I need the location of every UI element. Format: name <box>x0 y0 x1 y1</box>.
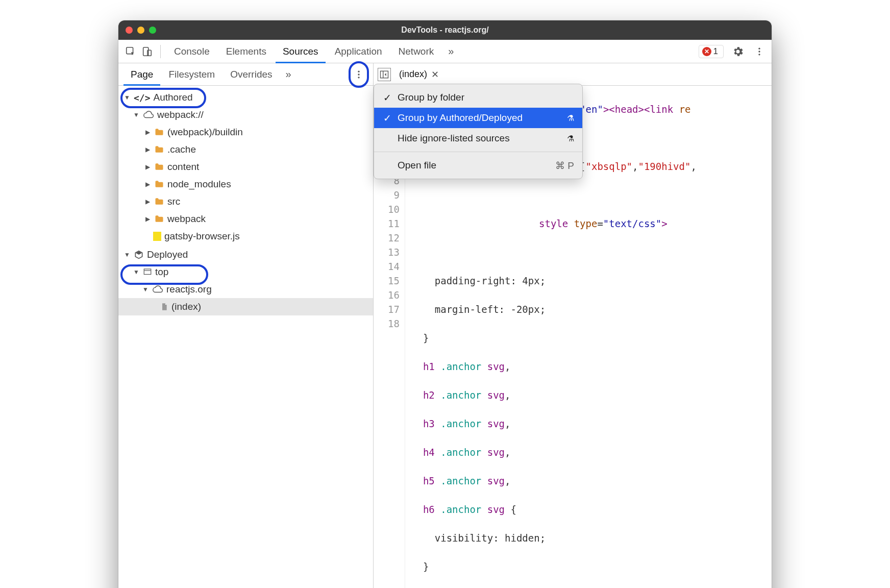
tree-item-webpack[interactable]: ▼ webpack:// <box>118 106 373 124</box>
tree-label: top <box>155 266 168 278</box>
inspect-icon[interactable] <box>123 44 138 59</box>
navigator-more-button[interactable] <box>350 65 368 84</box>
devtools-window: DevTools - reactjs.org/ Console Elements… <box>118 20 772 588</box>
frame-icon <box>143 267 152 277</box>
tree-folder[interactable]: ▶ webpack <box>118 210 373 228</box>
tab-elements[interactable]: Elements <box>219 40 274 63</box>
menu-hide-ignore-listed[interactable]: Hide ignore-listed sources ⚗ <box>374 128 582 149</box>
svg-rect-9 <box>381 71 388 78</box>
svg-point-3 <box>758 47 760 49</box>
titlebar: DevTools - reactjs.org/ <box>118 20 772 40</box>
body-split: ▼ </> Authored ▼ webpack:// ▶ (webpack)/… <box>118 86 772 588</box>
error-icon: ✕ <box>702 47 711 56</box>
experiment-flask-icon: ⚗ <box>567 113 574 123</box>
device-toggle-icon[interactable] <box>140 44 154 59</box>
subtab-filesystem[interactable]: Filesystem <box>161 63 222 86</box>
menu-group-by-folder[interactable]: ✓ Group by folder <box>374 87 582 108</box>
tree-folder[interactable]: ▶ .cache <box>118 141 373 158</box>
file-tab-label: (index) <box>399 69 427 80</box>
window-title: DevTools - reactjs.org/ <box>118 26 772 35</box>
separator <box>160 45 161 58</box>
navigator-options-menu: ✓ Group by folder ✓ Group by Authored/De… <box>374 84 583 179</box>
tree-folder[interactable]: ▶ src <box>118 193 373 210</box>
tree-group-deployed[interactable]: ▼ Deployed <box>118 246 373 263</box>
tree-label: node_modules <box>167 179 231 190</box>
tree-folder[interactable]: ▶ (webpack)/buildin <box>118 124 373 141</box>
minimize-window-button[interactable] <box>137 27 144 34</box>
main-tabs: Console Elements Sources Application Net… <box>118 40 772 63</box>
authored-icon: </> <box>134 92 151 103</box>
close-window-button[interactable] <box>126 27 133 34</box>
svg-point-8 <box>358 77 359 78</box>
tree-folder[interactable]: ▶ content <box>118 158 373 176</box>
tree-label: webpack:// <box>157 109 204 120</box>
tree-label: .cache <box>167 144 196 155</box>
show-navigator-icon[interactable] <box>378 68 391 81</box>
svg-point-7 <box>358 74 359 75</box>
tree-label: src <box>167 196 180 207</box>
folder-icon <box>154 162 164 172</box>
menu-group-authored-deployed[interactable]: ✓ Group by Authored/Deployed ⚗ <box>374 108 582 128</box>
tree-label: content <box>167 161 199 173</box>
maximize-window-button[interactable] <box>149 27 156 34</box>
document-icon <box>160 302 168 311</box>
menu-open-file[interactable]: Open file ⌘ P <box>374 155 582 176</box>
settings-gear-icon[interactable] <box>731 44 745 59</box>
tree-item-top[interactable]: ▼ top <box>118 263 373 281</box>
sub-row: Page Filesystem Overrides » (index) ✕ <box>118 63 772 86</box>
checkmark-icon: ✓ <box>382 92 392 104</box>
folder-icon <box>154 127 164 137</box>
folder-icon <box>154 197 164 207</box>
tree-file-index[interactable]: (index) <box>118 298 373 315</box>
error-count: 1 <box>713 46 718 57</box>
subtab-overrides[interactable]: Overrides <box>223 63 279 86</box>
deployed-icon <box>134 250 144 260</box>
navigator-sidebar: ▼ </> Authored ▼ webpack:// ▶ (webpack)/… <box>118 86 374 588</box>
svg-point-5 <box>758 54 760 55</box>
tree-label: (index) <box>171 301 201 312</box>
shortcut-label: ⌘ P <box>555 160 574 172</box>
close-file-tab-icon[interactable]: ✕ <box>431 69 439 80</box>
tree-group-authored[interactable]: ▼ </> Authored <box>118 89 373 106</box>
cloud-icon <box>152 284 163 295</box>
navigator-tabs: Page Filesystem Overrides » <box>118 63 374 85</box>
tree-label: webpack <box>167 213 206 225</box>
folder-icon <box>154 144 164 155</box>
tab-network[interactable]: Network <box>391 40 441 63</box>
js-file-icon <box>153 232 161 241</box>
file-tab-index[interactable]: (index) ✕ <box>395 63 443 86</box>
tab-application[interactable]: Application <box>328 40 389 63</box>
menu-separator <box>374 152 582 152</box>
tree-label: Deployed <box>147 249 188 260</box>
checkmark-icon: ✓ <box>382 112 392 124</box>
cloud-icon <box>143 109 154 120</box>
tree-label: (webpack)/buildin <box>167 127 243 138</box>
experiment-flask-icon: ⚗ <box>567 134 574 143</box>
file-tree: ▼ </> Authored ▼ webpack:// ▶ (webpack)/… <box>118 86 373 588</box>
tree-file-js[interactable]: gatsby-browser.js <box>118 228 373 245</box>
svg-point-6 <box>358 70 359 72</box>
main-menu-kebab-icon[interactable] <box>752 44 767 59</box>
tree-folder[interactable]: ▶ node_modules <box>118 176 373 193</box>
disclosure-icon: ▼ <box>123 94 131 101</box>
tree-label: gatsby-browser.js <box>164 231 240 242</box>
more-tabs-chevron[interactable]: » <box>443 45 459 57</box>
svg-rect-11 <box>144 269 151 275</box>
svg-point-4 <box>758 51 760 52</box>
folder-icon <box>154 214 164 224</box>
tree-label: reactjs.org <box>166 284 212 295</box>
disclosure-icon: ▼ <box>133 111 140 118</box>
editor-column: ✓ Group by folder ✓ Group by Authored/De… <box>374 86 772 588</box>
editor-tabs: (index) ✕ <box>374 63 772 85</box>
traffic-lights <box>126 27 156 34</box>
tree-label: Authored <box>154 92 193 103</box>
tab-console[interactable]: Console <box>167 40 217 63</box>
subtab-more-chevron[interactable]: » <box>281 68 296 80</box>
error-badge[interactable]: ✕ 1 <box>699 45 724 58</box>
subtab-page[interactable]: Page <box>123 63 160 86</box>
folder-icon <box>154 179 164 189</box>
tree-item-domain[interactable]: ▼ reactjs.org <box>118 281 373 298</box>
disclosure-icon: ▶ <box>144 129 151 136</box>
tab-sources[interactable]: Sources <box>276 40 326 63</box>
